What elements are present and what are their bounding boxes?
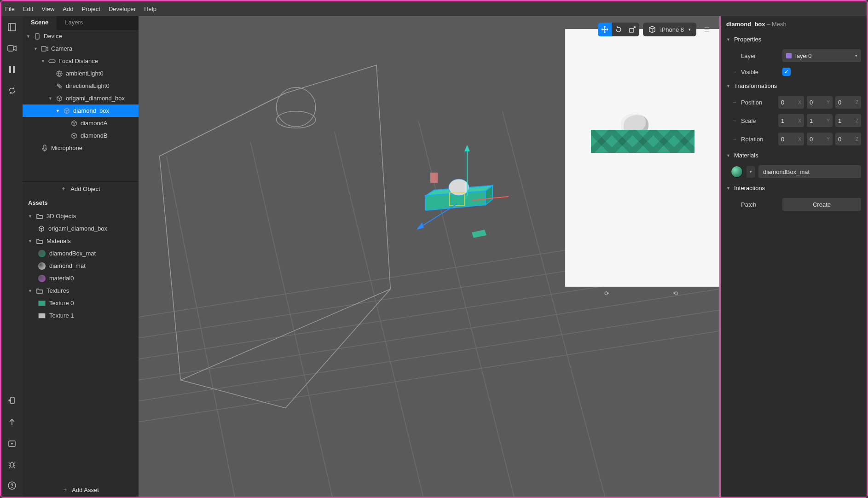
viewport[interactable]: ⟳ ⟲ iPhone 8 ▾ ☰ xyxy=(139,16,719,497)
material-swatch-icon xyxy=(38,250,46,257)
asset-item-origami_diamond_box[interactable]: origami_diamond_box xyxy=(23,222,139,235)
scene-tree[interactable]: ▼ Device▼ Camera▼ Focal Distance ambient… xyxy=(23,30,139,182)
menu-file[interactable]: File xyxy=(5,6,15,12)
asset-item-texture-1[interactable]: Texture 1 xyxy=(23,309,139,322)
menu-add[interactable]: Add xyxy=(63,6,73,12)
tree-item-directionallight0[interactable]: directionalLight0 xyxy=(23,80,139,92)
svg-point-9 xyxy=(12,487,12,487)
tree-label: Camera xyxy=(51,45,72,52)
position-z[interactable]: 0Z xyxy=(835,96,861,109)
preview-refresh-icon[interactable]: ⟳ xyxy=(604,290,609,297)
tab-layers[interactable]: Layers xyxy=(57,16,91,30)
layer-value: layer0 xyxy=(795,52,811,59)
tree-label: diamondB xyxy=(81,132,108,139)
texture-swatch-icon xyxy=(38,313,46,318)
tree-item-device[interactable]: ▼ Device xyxy=(23,30,139,42)
visible-checkbox[interactable]: ✓ xyxy=(782,68,791,76)
device-selector[interactable]: iPhone 8 ▾ xyxy=(643,23,696,36)
plus-icon: ＋ xyxy=(62,486,68,494)
plus-icon: ＋ xyxy=(61,185,67,193)
asset-group-3d-objects[interactable]: ▼3D Objects xyxy=(23,210,139,222)
add-object-label: Add Object xyxy=(70,185,100,192)
panel-tabs: Scene Layers xyxy=(23,16,139,30)
layout-icon[interactable] xyxy=(7,23,17,32)
menu-view[interactable]: View xyxy=(41,6,54,12)
tree-item-diamondb[interactable]: diamondB xyxy=(23,129,139,142)
tree-item-microphone[interactable]: Microphone xyxy=(23,142,139,154)
up-arrow-icon[interactable] xyxy=(7,417,17,427)
inspector: diamond_box – Mesh ▼Properties Layer lay… xyxy=(719,16,867,497)
tree-item-ambientlight0[interactable]: ambientLight0 xyxy=(23,67,139,80)
section-properties[interactable]: ▼Properties xyxy=(721,32,867,46)
tree-label: diamondA xyxy=(81,120,108,127)
section-transformations[interactable]: ▼Transformations xyxy=(721,79,867,93)
svg-line-22 xyxy=(250,142,334,497)
material-name[interactable]: diamondBox_mat xyxy=(758,165,861,178)
scale-tool[interactable] xyxy=(625,23,639,36)
scale-x[interactable]: 1X xyxy=(778,114,804,127)
chevron-icon: ▼ xyxy=(48,96,53,101)
tree-item-diamond_box[interactable]: ▼ diamond_box xyxy=(23,104,139,117)
svg-marker-39 xyxy=(472,230,486,238)
add-library-icon[interactable] xyxy=(7,439,17,448)
sync-icon[interactable] xyxy=(7,86,17,95)
position-x[interactable]: 0X xyxy=(778,96,804,109)
asset-group-materials[interactable]: ▼Materials xyxy=(23,235,139,247)
create-patch-button[interactable]: Create xyxy=(782,198,861,211)
tree-item-focal-distance[interactable]: ▼ Focal Distance xyxy=(23,55,139,67)
rotation-z[interactable]: 0Z xyxy=(835,133,861,145)
pause-icon[interactable] xyxy=(7,65,17,74)
asset-item-material0[interactable]: material0 xyxy=(23,272,139,284)
rotation-x[interactable]: 0X xyxy=(778,133,804,145)
asset-item-diamondbox_mat[interactable]: diamondBox_mat xyxy=(23,247,139,260)
video-icon[interactable] xyxy=(7,44,17,53)
chevron-icon: ▼ xyxy=(26,34,31,39)
add-object-button[interactable]: ＋ Add Object xyxy=(23,182,139,196)
add-asset-button[interactable]: ＋ Add Asset xyxy=(23,483,139,497)
menu-project[interactable]: Project xyxy=(81,6,100,12)
svg-line-21 xyxy=(167,156,237,497)
section-interactions[interactable]: ▼Interactions xyxy=(721,181,867,195)
tree-item-diamonda[interactable]: diamondA xyxy=(23,117,139,129)
position-y[interactable]: 0Y xyxy=(807,96,833,109)
section-materials[interactable]: ▼Materials xyxy=(721,148,867,162)
bug-icon[interactable] xyxy=(7,460,17,469)
move-tool[interactable] xyxy=(598,23,612,36)
tree-label: Focal Distance xyxy=(58,58,98,64)
asset-group-textures[interactable]: ▼Textures xyxy=(23,284,139,297)
scale-z[interactable]: 1Z xyxy=(835,114,861,127)
tree-item-origami_diamond_box[interactable]: ▼ origami_diamond_box xyxy=(23,92,139,104)
svg-point-26 xyxy=(277,87,316,127)
position-label: Position xyxy=(741,99,774,106)
camera-icon xyxy=(41,45,48,52)
link-arrow-icon: → xyxy=(732,118,736,123)
mesh-icon xyxy=(63,107,70,115)
preview-reset-icon[interactable]: ⟲ xyxy=(673,290,678,297)
scale-y[interactable]: 1Y xyxy=(807,114,833,127)
asset-item-texture-0[interactable]: Texture 0 xyxy=(23,297,139,309)
menu-help[interactable]: Help xyxy=(144,6,156,12)
folder-icon xyxy=(36,288,43,294)
tree-item-camera[interactable]: ▼ Camera xyxy=(23,42,139,55)
rotate-tool[interactable] xyxy=(612,23,625,36)
viewport-menu-icon[interactable]: ☰ xyxy=(700,23,714,36)
tree-label: Device xyxy=(44,33,62,40)
layer-select[interactable]: layer0 ▾ xyxy=(782,49,861,62)
svg-point-27 xyxy=(277,111,316,128)
rotation-y[interactable]: 0Y xyxy=(807,133,833,145)
texture-swatch-icon xyxy=(38,301,46,306)
material-swatch[interactable] xyxy=(731,166,743,178)
viewport-toolbar: iPhone 8 ▾ ☰ xyxy=(598,23,714,36)
asset-item-diamond_mat[interactable]: diamond_mat xyxy=(23,260,139,272)
asset-label: material0 xyxy=(49,275,74,282)
chevron-icon: ▼ xyxy=(41,59,46,64)
material-dropdown[interactable]: ▾ xyxy=(746,166,755,178)
layer-label: Layer xyxy=(741,52,778,59)
menu-edit[interactable]: Edit xyxy=(23,6,33,12)
help-icon[interactable] xyxy=(7,481,17,490)
device-export-icon[interactable] xyxy=(7,396,17,405)
add-asset-label: Add Asset xyxy=(72,486,99,493)
menu-developer[interactable]: Developer xyxy=(109,6,136,12)
transform-gizmo[interactable] xyxy=(417,145,518,246)
tab-scene[interactable]: Scene xyxy=(23,16,57,30)
